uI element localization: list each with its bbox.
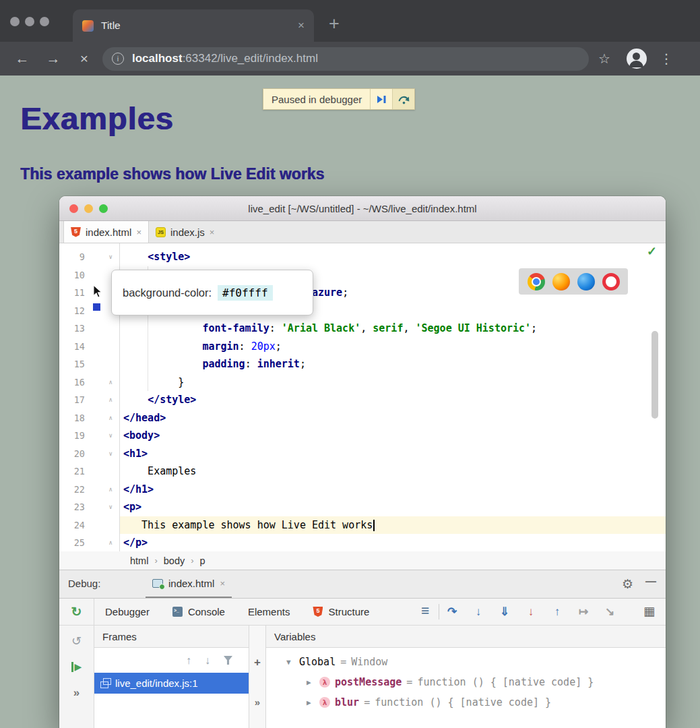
fold-marker[interactable]: ∧ (85, 534, 119, 551)
line-number[interactable]: 16 (59, 373, 85, 392)
tool-tab-console[interactable]: Console (172, 606, 225, 617)
line-number[interactable]: 14 (59, 338, 85, 356)
expander-icon[interactable]: ▶ (307, 678, 315, 687)
breadcrumb-item[interactable]: body (164, 555, 185, 566)
bookmark-star-icon[interactable]: ☆ (598, 51, 610, 67)
tool-tab-elements[interactable]: Elements (248, 606, 290, 617)
code-line[interactable]: 13 font-family: 'Arial Black', serif, 'S… (59, 320, 666, 338)
code-line[interactable]: 20∨<h1> (59, 445, 666, 463)
code-line[interactable]: 25∧</p> (59, 534, 666, 551)
tool-tab-debugger[interactable]: Debugger (105, 606, 150, 617)
line-number[interactable]: 20 (59, 445, 85, 463)
variable-row[interactable]: ▼Global=Window (266, 652, 666, 672)
tab-close-icon[interactable]: × (298, 19, 305, 32)
fold-marker[interactable]: ∧ (85, 391, 119, 409)
fold-marker[interactable] (85, 462, 119, 481)
profile-avatar[interactable] (627, 49, 647, 69)
back-button[interactable]: ← (13, 51, 31, 67)
next-frame-button[interactable]: ↓ (205, 655, 210, 667)
tab-index-html[interactable]: index.html × (63, 221, 149, 243)
chrome-icon[interactable] (528, 273, 545, 291)
window-close-button[interactable] (10, 17, 20, 26)
more-icons-chevron[interactable]: » (73, 687, 79, 699)
view-options-icon[interactable]: ≡ (421, 603, 429, 619)
line-number[interactable]: 12 (59, 302, 85, 320)
line-number[interactable]: 17 (59, 391, 85, 409)
ide-minimize-button[interactable] (84, 204, 93, 213)
code-line[interactable]: 18∧</head> (59, 409, 666, 427)
smart-step-into-button[interactable]: ⇓ (497, 605, 512, 619)
step-out-button[interactable]: ↑ (550, 605, 565, 619)
line-number[interactable]: 9 (59, 248, 85, 266)
code-line[interactable]: 14 margin: 20px; (59, 338, 666, 356)
window-minimize-button[interactable] (25, 17, 34, 26)
fold-marker[interactable] (85, 338, 119, 356)
force-step-into-button[interactable]: ↓ (523, 605, 538, 619)
firefox-icon[interactable] (552, 273, 570, 291)
window-zoom-button[interactable] (40, 17, 49, 26)
line-number[interactable]: 19 (59, 427, 85, 445)
line-number[interactable]: 11 (59, 284, 85, 302)
line-number[interactable]: 18 (59, 409, 85, 427)
add-watch-button[interactable]: + (254, 656, 261, 669)
fold-marker[interactable]: ∧ (85, 481, 119, 499)
ide-close-button[interactable] (69, 204, 78, 213)
step-over-button[interactable]: ↷ (445, 605, 459, 619)
stop-button[interactable]: × (75, 51, 93, 67)
code-line[interactable]: 15 padding: inherit; (59, 355, 666, 373)
tab-index-js[interactable]: index.js × (149, 221, 221, 243)
line-number[interactable]: 24 (59, 516, 85, 535)
variable-row[interactable]: ▶λblur=function () { [native code] } (266, 692, 666, 712)
line-number[interactable]: 10 (59, 266, 85, 284)
watches-more-chevron[interactable]: » (255, 696, 260, 708)
code-line[interactable]: 17∧ </style> (59, 391, 666, 409)
rerun-button[interactable]: ↻ (71, 604, 82, 619)
step-over-script-button[interactable] (392, 89, 414, 109)
browser-tab[interactable]: Title × (73, 9, 314, 42)
filter-icon[interactable] (224, 656, 232, 665)
code-line[interactable]: 16∧ } (59, 373, 666, 392)
hide-panel-icon[interactable]: — (645, 576, 656, 588)
settings-gear-icon[interactable]: ⚙ (622, 576, 633, 592)
fold-marker[interactable] (85, 516, 119, 535)
run-to-cursor-button[interactable]: ↦ (576, 605, 591, 619)
debug-tab-close-icon[interactable]: × (220, 578, 225, 588)
url-bar[interactable]: i localhost:63342/live_edit/index.html (102, 47, 589, 71)
new-tab-button[interactable]: + (329, 13, 340, 34)
fold-marker[interactable]: ∨ (85, 498, 119, 516)
fold-marker[interactable]: ∧ (85, 373, 119, 392)
ide-title-bar[interactable]: live_edit [~/WS/untitled] - ~/WS/live_ed… (59, 196, 666, 221)
resume-button[interactable]: ▶ (71, 662, 82, 672)
tab-close-icon[interactable]: × (136, 227, 141, 237)
line-number[interactable]: 23 (59, 498, 85, 516)
expander-icon[interactable]: ▶ (307, 698, 315, 707)
stack-frame-selected[interactable]: live_edit/index.js:1 (94, 673, 249, 694)
code-line[interactable]: 22∧</h1> (59, 481, 666, 499)
variable-row[interactable]: ▶λpostMessage=function () { [native code… (266, 672, 666, 692)
resume-script-button[interactable] (370, 89, 392, 109)
code-line[interactable]: 19∨<body> (59, 427, 666, 445)
prev-frame-button[interactable]: ↑ (186, 655, 191, 667)
line-number[interactable]: 15 (59, 355, 85, 373)
evaluate-expression-button[interactable]: ↘ (602, 605, 617, 619)
code-editor[interactable]: 9∨ <style>1011 background-color: azure;1… (59, 243, 666, 551)
code-line[interactable]: 21 Examples (59, 462, 666, 481)
refresh-icon[interactable]: ↺ (71, 635, 82, 647)
breadcrumb-item[interactable]: p (200, 555, 205, 566)
info-icon[interactable]: i (112, 53, 124, 65)
fold-marker[interactable] (85, 355, 119, 373)
opera-icon[interactable] (602, 273, 620, 291)
tool-tab-structure[interactable]: Structure (313, 606, 369, 617)
fold-marker[interactable] (85, 320, 119, 338)
fold-marker[interactable]: ∨ (85, 248, 119, 266)
expander-icon[interactable]: ▼ (286, 658, 294, 667)
browser-menu-icon[interactable]: ⋮ (660, 51, 673, 67)
code-line[interactable]: 24 This example shows how Live Edit work… (59, 516, 666, 535)
layout-grid-icon[interactable]: ▦ (643, 604, 655, 619)
fold-marker[interactable]: ∨ (85, 427, 119, 445)
ide-zoom-button[interactable] (99, 204, 108, 213)
tab-close-icon[interactable]: × (210, 227, 215, 237)
line-number[interactable]: 21 (59, 462, 85, 481)
fold-marker[interactable]: ∨ (85, 445, 119, 463)
line-number[interactable]: 22 (59, 481, 85, 499)
